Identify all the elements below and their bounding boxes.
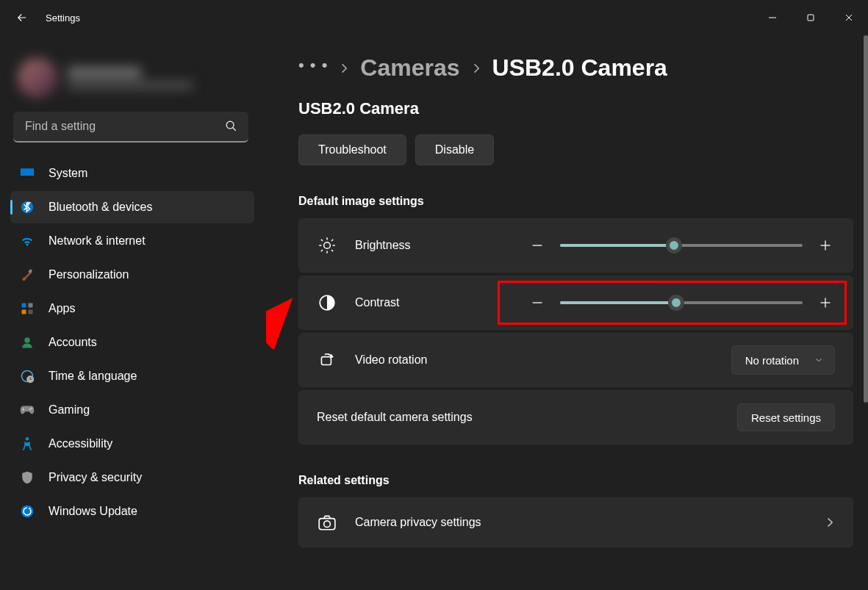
rotation-icon [317,350,337,370]
maximize-button[interactable] [792,4,830,31]
breadcrumb-current: USB2.0 Camera [492,54,667,82]
camera-privacy-row[interactable]: Camera privacy settings [298,497,853,547]
brightness-slider[interactable] [560,244,803,247]
update-icon [19,503,35,519]
reset-settings-button[interactable]: Reset settings [737,403,835,431]
sidebar-item-label: Time & language [49,370,137,383]
troubleshoot-button[interactable]: Troubleshoot [298,134,406,165]
sidebar: System Bluetooth & devices Network & int… [0,35,266,590]
sidebar-item-privacy-security[interactable]: Privacy & security [10,461,254,494]
sidebar-item-label: Bluetooth & devices [49,201,152,214]
search-icon [225,120,238,133]
reset-settings-row: Reset default camera settings Reset sett… [298,390,853,445]
page-title: USB2.0 Camera [298,99,853,118]
disable-button[interactable]: Disable [415,134,494,165]
reset-label: Reset default camera settings [317,411,473,424]
sidebar-item-accounts[interactable]: Accounts [10,326,254,359]
sidebar-item-windows-update[interactable]: Windows Update [10,495,254,528]
profile-name [68,68,141,77]
wifi-icon [19,233,35,249]
chevron-right-icon [340,62,348,74]
window-title: Settings [46,12,80,24]
chevron-right-icon [472,62,481,74]
sidebar-item-time-language[interactable]: Time & language [10,360,254,392]
chevron-right-icon [825,517,835,528]
person-icon [19,334,35,350]
svg-rect-27 [321,357,331,365]
svg-line-30 [266,306,286,409]
sidebar-item-label: Apps [49,302,75,315]
contrast-label: Contrast [355,296,399,309]
search-input[interactable] [24,119,225,134]
sidebar-item-label: Accounts [49,336,97,349]
breadcrumb: • • • Cameras USB2.0 Camera [298,54,853,82]
search-box[interactable] [13,112,248,143]
sidebar-item-apps[interactable]: Apps [10,292,254,325]
brightness-row: Brightness [298,218,853,273]
contrast-decrease[interactable] [528,293,547,312]
svg-point-12 [24,337,30,343]
svg-rect-4 [21,168,34,177]
slider-thumb[interactable] [666,237,682,253]
sidebar-item-system[interactable]: System [10,157,254,190]
svg-rect-9 [29,303,33,308]
brightness-increase[interactable] [816,236,835,255]
globe-clock-icon [19,368,35,384]
sidebar-item-accessibility[interactable]: Accessibility [10,428,254,460]
paintbrush-icon [19,267,35,283]
avatar [18,58,57,98]
bluetooth-icon [19,199,35,215]
sidebar-item-label: Windows Update [49,505,137,518]
slider-thumb[interactable] [668,295,684,311]
sidebar-nav: System Bluetooth & devices Network & int… [0,153,260,528]
svg-line-3 [233,128,236,131]
main-content: • • • Cameras USB2.0 Camera USB2.0 Camer… [266,35,868,590]
minimize-button[interactable] [753,4,792,31]
scrollbar[interactable] [864,35,868,590]
sidebar-item-label: Accessibility [49,437,112,450]
accessibility-icon [19,436,35,452]
contrast-increase[interactable] [816,293,835,312]
scrollbar-thumb[interactable] [864,35,868,403]
svg-point-2 [226,121,234,129]
section-header-image-settings: Default image settings [298,195,853,208]
svg-rect-8 [22,303,26,308]
svg-point-16 [31,408,32,409]
apps-icon [19,301,35,317]
svg-point-29 [324,521,331,528]
privacy-label: Camera privacy settings [355,516,481,529]
rotation-value: No rotation [745,354,799,367]
chevron-down-icon [814,355,824,365]
profile-email [68,82,193,89]
svg-rect-10 [22,310,26,314]
contrast-row: Contrast [298,276,853,330]
contrast-icon [317,292,337,313]
sidebar-item-personalization[interactable]: Personalization [10,259,254,291]
back-button[interactable] [15,10,29,25]
svg-rect-28 [319,519,335,530]
sidebar-item-label: Privacy & security [49,471,142,484]
brightness-decrease[interactable] [528,236,547,255]
brightness-label: Brightness [355,239,411,252]
brightness-icon [317,235,337,256]
sidebar-item-network[interactable]: Network & internet [10,225,254,257]
rotation-dropdown[interactable]: No rotation [731,345,835,375]
svg-rect-1 [808,15,814,21]
close-button[interactable] [830,4,868,31]
user-profile[interactable] [0,35,260,106]
svg-rect-11 [29,310,33,314]
breadcrumb-more[interactable]: • • • [298,56,328,81]
shield-icon [19,470,35,486]
sidebar-item-gaming[interactable]: Gaming [10,394,254,426]
sidebar-item-bluetooth-devices[interactable]: Bluetooth & devices [10,191,254,223]
system-icon [19,165,35,181]
titlebar: Settings [0,0,868,35]
sidebar-item-label: Personalization [49,268,129,281]
svg-point-17 [26,437,29,441]
sidebar-item-label: Gaming [49,403,90,417]
camera-icon [317,512,337,533]
breadcrumb-parent[interactable]: Cameras [360,54,459,82]
svg-point-15 [29,409,31,410]
contrast-slider[interactable] [560,301,803,304]
svg-rect-5 [21,176,34,178]
